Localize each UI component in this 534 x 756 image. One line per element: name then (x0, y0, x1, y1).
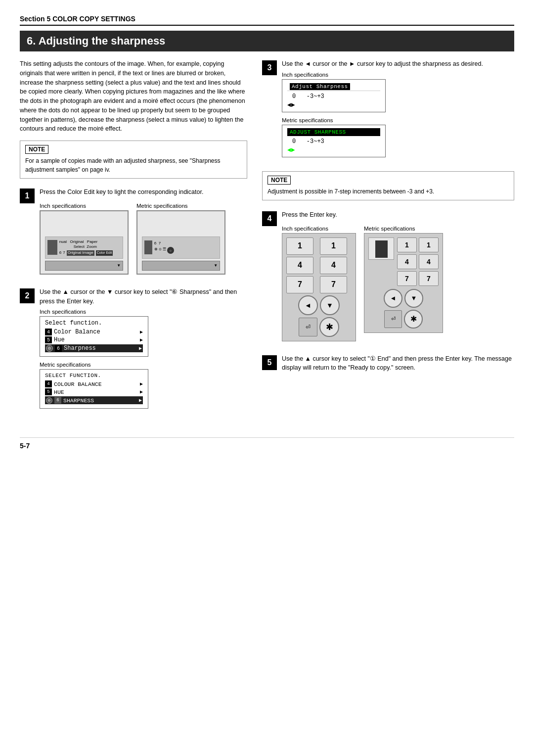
adj-inch-title: Adjust Sharpness (287, 83, 380, 91)
adj-metric-arrows: ◄► (287, 146, 380, 154)
sf-metric-num3: 6 (54, 397, 61, 404)
step-1: 1 Press the Color Edit key to light the … (20, 188, 247, 279)
sf-inch-title: Select function. (45, 320, 143, 327)
sf-metric-num1: 4 (45, 380, 52, 387)
sf-metric-row1: 4 COLOUR BALANCE ▶ (45, 380, 143, 387)
sf-metric-row2: 5 HUE ▶ (45, 388, 143, 395)
step-2-text: Use the ▲ cursor or the ▼ cursor key to … (40, 287, 247, 306)
sf-inch-row2: 5 Hue ▶ (45, 336, 143, 343)
key-7b: 7 (320, 276, 347, 293)
note-text-1: For a sample of copies made with an adju… (25, 156, 242, 174)
note-box-1: NOTE For a sample of copies made with an… (20, 141, 247, 179)
sf-metric-text1: COLOUR BALANCE (54, 381, 102, 387)
step-4-num: 4 (262, 211, 277, 226)
step-5-text: Use the ▲ cursor key to select "① End" a… (282, 354, 514, 373)
note-label-1: NOTE (25, 145, 48, 154)
step-3-text: Use the ◄ cursor or the ► cursor key to … (282, 59, 514, 69)
metric-key-enter: ⏎ (384, 310, 402, 328)
select-func-inch: Select function. 4 Color Balance ▶ 5 Hue… (40, 316, 148, 357)
sf-inch-num2: 5 (45, 336, 52, 343)
metric-key-1: 1 (397, 237, 417, 252)
key-7: 7 (286, 276, 313, 293)
key-1b: 1 (320, 237, 347, 255)
adjust-metric: ADJUST SHARPNESS 0 -3~+3 ◄► (282, 125, 386, 157)
sf-metric-num2: 5 (45, 388, 52, 395)
step-5: 5 Use the ▲ cursor key to select "① End"… (262, 354, 514, 376)
metric-display-screen (368, 237, 394, 260)
step-1-text: Press the Color Edit key to light the co… (40, 188, 247, 197)
metric-key-left: ◄ (384, 289, 402, 308)
step3-inch-label: Inch specifications (282, 72, 514, 78)
metric-key-down: ▼ (404, 289, 423, 308)
step-3: 3 Use the ◄ cursor or the ► cursor key t… (262, 59, 514, 162)
key-star: ✱ (319, 317, 339, 337)
adj-metric-title: ADJUST SHARPNESS (287, 128, 380, 136)
sf-inch-num3: 6 (55, 345, 62, 352)
step3-metric-label: Metric specifications (282, 117, 514, 123)
key-enter: ⏎ (299, 318, 317, 336)
step1-metric-label: Metric specifications (136, 203, 225, 209)
adj-inch-arrows: ◄► (287, 101, 380, 109)
sf-metric-circle3: ⊙ (46, 397, 52, 404)
step-4-text: Press the Enter key. (282, 210, 514, 220)
step-4: 4 Press the Enter key. Inch specificatio… (262, 210, 514, 345)
key-1: 1 (286, 237, 313, 255)
note-text-2: Adjustment is possible in 7-step increme… (267, 187, 509, 196)
sf-inch-row3: ⊙ 6 Sharpness ▶ (45, 344, 143, 352)
sf-inch-row1: 4 Color Balance ▶ (45, 329, 143, 335)
note-label-2: NOTE (267, 176, 291, 185)
note-box-2: NOTE Adjustment is possible in 7-step in… (262, 171, 514, 200)
sf-inch-text3: Sharpness (64, 345, 96, 352)
sf-metric-text2: HUE (54, 389, 64, 395)
step2-metric-label: Metric specifications (40, 362, 247, 368)
adj-inch-val: 0 -3~+3 (287, 93, 380, 100)
step4-inch-keypad: 1 1 4 4 7 7 ◄ ▼ (282, 233, 356, 341)
select-func-metric: SELECT FUNCTION. 4 COLOUR BALANCE ▶ 5 HU… (40, 369, 148, 409)
sf-inch-text2: Hue (54, 336, 65, 343)
sf-inch-circle3: ⊙ (46, 345, 53, 352)
metric-key-4: 4 (397, 254, 417, 269)
metric-key-1b: 1 (419, 237, 439, 252)
step-2-num: 2 (20, 288, 35, 303)
step4-metric-label: Metric specifications (364, 226, 443, 232)
step1-inch-label: Inch specifications (40, 203, 129, 209)
step2-inch-label: Inch specifications (40, 309, 247, 315)
page-title: 6. Adjusting the sharpness (20, 31, 514, 51)
key-left-arrow: ◄ (298, 295, 318, 315)
adj-metric-val: 0 -3~+3 (287, 138, 380, 145)
metric-key-star: ✱ (404, 310, 423, 329)
key-down-arrow: ▼ (320, 295, 340, 315)
sf-metric-text3: SHARPNESS (63, 397, 94, 404)
step-1-num: 1 (20, 189, 35, 203)
step1-metric-machine: 6 7 ⊕⊙☰ ○ ▼ (136, 210, 225, 275)
sf-inch-text1: Color Balance (54, 329, 100, 335)
intro-text: This setting adjusts the contours of the… (20, 59, 247, 134)
step1-inch-machine: nual Original Paper Select Zoom 67 Origi… (40, 210, 129, 275)
adjust-inch: Adjust Sharpness 0 -3~+3 ◄► (282, 79, 386, 112)
sf-metric-row3: ⊙ 6 SHARPNESS ▶ (45, 396, 143, 404)
key-4: 4 (286, 257, 313, 274)
step4-metric-keypad: 1 1 4 4 7 7 ◄ ▼ (364, 233, 443, 333)
metric-key-7b: 7 (419, 271, 439, 286)
page-number: 5-7 (20, 442, 30, 450)
metric-key-4b: 4 (419, 254, 439, 269)
step-2: 2 Use the ▲ cursor or the ▼ cursor key t… (20, 287, 247, 409)
step4-inch-label: Inch specifications (282, 226, 356, 232)
step-5-num: 5 (262, 355, 277, 370)
step-3-num: 3 (262, 60, 277, 75)
sf-inch-num1: 4 (45, 329, 52, 335)
section-title: Section 5 COLOR COPY SETTINGS (20, 15, 514, 26)
sf-metric-title: SELECT FUNCTION. (45, 373, 143, 378)
key-4b: 4 (320, 257, 347, 274)
metric-key-7: 7 (397, 271, 417, 286)
